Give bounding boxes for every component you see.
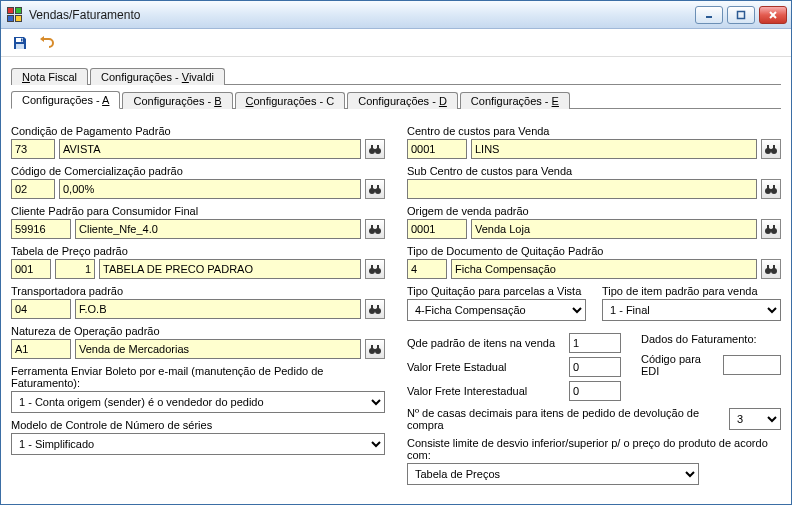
- label-codigo-edi: Código para EDI: [641, 353, 717, 377]
- tab-nota-fiscal[interactable]: Nota Fiscal: [11, 68, 88, 85]
- tab-config-vivaldi[interactable]: Configurações - Vivaldi: [90, 68, 225, 85]
- main-window: Vendas/Faturamento Nota Fiscal Configura…: [0, 0, 792, 505]
- label-modelo: Modelo de Controle de Número de séries: [11, 419, 385, 431]
- input-origem-desc[interactable]: [471, 219, 757, 239]
- select-casas[interactable]: 3: [729, 408, 781, 430]
- svg-rect-1: [738, 11, 745, 18]
- input-tab-preco-code2[interactable]: [55, 259, 95, 279]
- input-nat-op-desc[interactable]: [75, 339, 361, 359]
- input-centro-code[interactable]: [407, 139, 467, 159]
- input-frete-int[interactable]: [569, 381, 621, 401]
- svg-rect-35: [377, 345, 379, 349]
- input-cond-pag-code[interactable]: [11, 139, 55, 159]
- svg-rect-6: [21, 38, 23, 41]
- input-codigo-edi[interactable]: [723, 355, 781, 375]
- minimize-button[interactable]: [695, 6, 723, 24]
- select-modelo[interactable]: 1 - Simplificado: [11, 433, 385, 455]
- input-cod-com-desc[interactable]: [59, 179, 361, 199]
- svg-rect-50: [773, 225, 775, 229]
- svg-rect-29: [371, 305, 373, 309]
- select-tipo-quit[interactable]: 4-Ficha Compensação: [407, 299, 586, 321]
- select-consiste[interactable]: Tabela de Preços: [407, 463, 699, 485]
- lookup-origem[interactable]: [761, 219, 781, 239]
- input-cli-pad-desc[interactable]: [75, 219, 361, 239]
- input-transp-desc[interactable]: [75, 299, 361, 319]
- svg-rect-15: [377, 185, 379, 189]
- svg-rect-5: [16, 44, 24, 49]
- window-title: Vendas/Faturamento: [29, 8, 695, 22]
- lookup-nat-op[interactable]: [365, 339, 385, 359]
- lookup-cond-pag[interactable]: [365, 139, 385, 159]
- svg-rect-40: [773, 145, 775, 149]
- svg-rect-24: [371, 265, 373, 269]
- input-centro-desc[interactable]: [471, 139, 757, 159]
- input-cond-pag-desc[interactable]: [59, 139, 361, 159]
- lookup-tipo-doc[interactable]: [761, 259, 781, 279]
- tab-config-d[interactable]: Configurações - D: [347, 92, 458, 109]
- svg-rect-14: [371, 185, 373, 189]
- label-qde-itens: Qde padrão de itens na venda: [407, 337, 561, 349]
- label-cli-pad: Cliente Padrão para Consumidor Final: [11, 205, 385, 217]
- label-tipo-item: Tipo de item padrão para venda: [602, 285, 781, 297]
- svg-rect-54: [767, 265, 769, 269]
- lookup-cli-pad[interactable]: [365, 219, 385, 239]
- label-cond-pag: Condição de Pagamento Padrão: [11, 125, 385, 137]
- tab-config-b[interactable]: Configurações - B: [122, 92, 232, 109]
- label-frete-est: Valor Frete Estadual: [407, 361, 561, 373]
- input-cod-com-code[interactable]: [11, 179, 55, 199]
- label-dados-fat: Dados do Faturamento:: [641, 333, 781, 345]
- label-cod-com: Código de Comercialização padrão: [11, 165, 385, 177]
- input-qde-itens[interactable]: [569, 333, 621, 353]
- svg-rect-11: [373, 149, 377, 151]
- titlebar: Vendas/Faturamento: [1, 1, 791, 29]
- label-tipo-quit: Tipo Quitação para parcelas a Vista: [407, 285, 586, 297]
- lookup-centro[interactable]: [761, 139, 781, 159]
- maximize-button[interactable]: [727, 6, 755, 24]
- svg-rect-26: [373, 269, 377, 271]
- svg-rect-25: [377, 265, 379, 269]
- select-ferramenta[interactable]: 1 - Conta origem (sender) é o vendedor d…: [11, 391, 385, 413]
- select-tipo-item[interactable]: 1 - Final: [602, 299, 781, 321]
- tab-config-e[interactable]: Configurações - E: [460, 92, 570, 109]
- input-tipo-doc-desc[interactable]: [451, 259, 757, 279]
- app-icon: [7, 7, 23, 23]
- lookup-cod-com[interactable]: [365, 179, 385, 199]
- svg-rect-16: [373, 189, 377, 191]
- svg-rect-19: [371, 225, 373, 229]
- svg-rect-36: [373, 349, 377, 351]
- label-transp: Transportadora padrão: [11, 285, 385, 297]
- label-tab-preco: Tabela de Preço padrão: [11, 245, 385, 257]
- input-sub-centro[interactable]: [407, 179, 757, 199]
- left-column: Condição de Pagamento Padrão Código de C…: [11, 119, 385, 485]
- svg-rect-9: [371, 145, 373, 149]
- lookup-sub-centro[interactable]: [761, 179, 781, 199]
- label-nat-op: Natureza de Operação padrão: [11, 325, 385, 337]
- label-casas: Nº de casas decimais para itens de pedid…: [407, 407, 723, 431]
- svg-rect-31: [373, 309, 377, 311]
- close-button[interactable]: [759, 6, 787, 24]
- tab-config-a[interactable]: Configurações - A: [11, 91, 120, 109]
- content-area: Nota Fiscal Configurações - Vivaldi Conf…: [1, 57, 791, 504]
- input-cli-pad-code[interactable]: [11, 219, 71, 239]
- label-frete-int: Valor Frete Interestadual: [407, 385, 561, 397]
- label-ferramenta: Ferramenta Enviar Boleto por e-mail (man…: [11, 365, 385, 389]
- input-tab-preco-code1[interactable]: [11, 259, 51, 279]
- label-tipo-doc: Tipo de Documento de Quitação Padrão: [407, 245, 781, 257]
- svg-rect-34: [371, 345, 373, 349]
- input-transp-code[interactable]: [11, 299, 71, 319]
- tab-config-c[interactable]: Configurações - C: [235, 92, 346, 109]
- svg-rect-21: [373, 229, 377, 231]
- input-frete-est[interactable]: [569, 357, 621, 377]
- lookup-tab-preco[interactable]: [365, 259, 385, 279]
- undo-icon[interactable]: [37, 34, 55, 52]
- input-tab-preco-desc[interactable]: [99, 259, 361, 279]
- svg-rect-45: [773, 185, 775, 189]
- lookup-transp[interactable]: [365, 299, 385, 319]
- save-icon[interactable]: [11, 34, 29, 52]
- input-origem-code[interactable]: [407, 219, 467, 239]
- svg-rect-39: [767, 145, 769, 149]
- svg-rect-44: [767, 185, 769, 189]
- input-nat-op-code[interactable]: [11, 339, 71, 359]
- input-tipo-doc-code[interactable]: [407, 259, 447, 279]
- tabrow-primary: Nota Fiscal Configurações - Vivaldi: [11, 63, 781, 85]
